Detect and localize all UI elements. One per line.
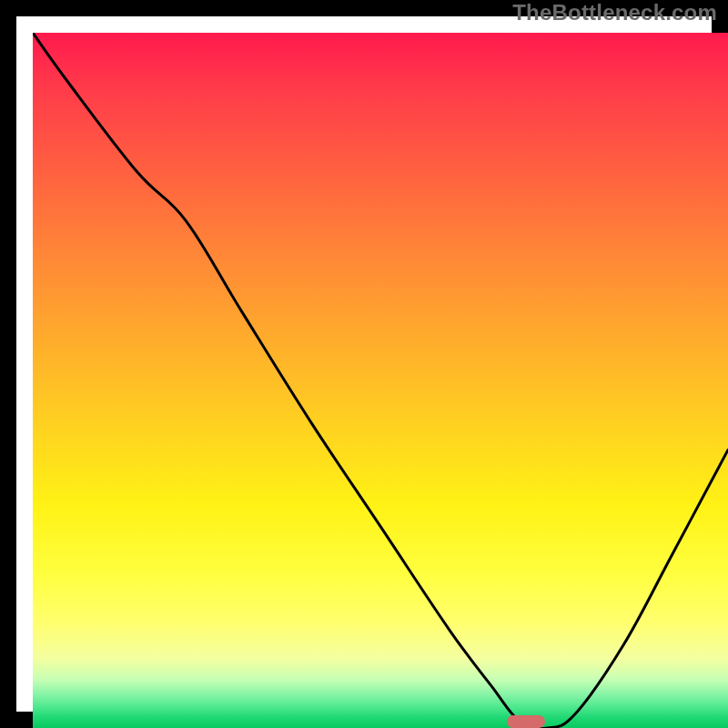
attribution-watermark: TheBottleneck.com [512,0,717,25]
plot-area [33,33,728,728]
chart-frame [0,0,728,728]
bottleneck-curve [33,33,728,728]
optimal-range-marker [507,715,545,728]
